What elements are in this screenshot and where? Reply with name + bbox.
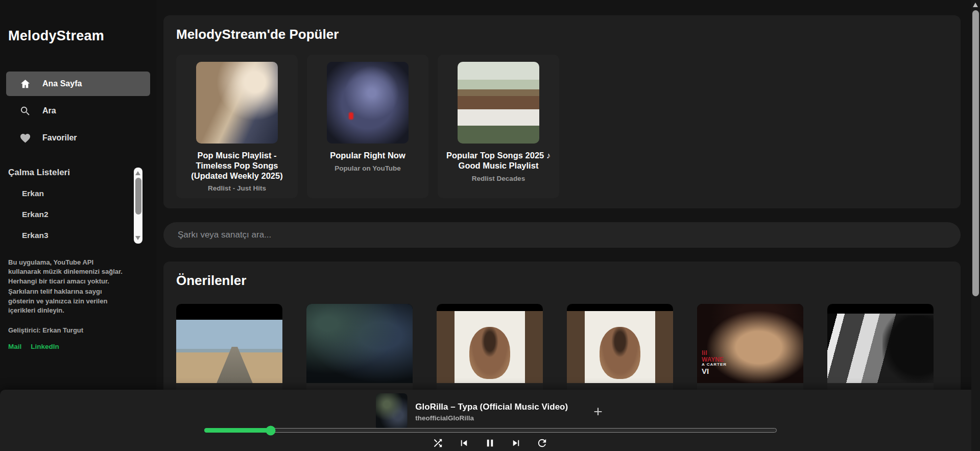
sidebar-item-label: Ara [42, 106, 56, 115]
sidebar-item-home[interactable]: Ana Sayfa [6, 72, 150, 96]
video-thumbnail [567, 304, 673, 383]
card-subtitle: Redlist Decades [472, 175, 525, 182]
now-playing-title: GloRilla – Typa (Official Music Video) [415, 402, 568, 412]
now-playing-info: GloRilla – Typa (Official Music Video) t… [375, 393, 604, 430]
heart-icon [19, 132, 31, 144]
album-cover-shape [567, 311, 673, 383]
repeat-icon [536, 437, 548, 449]
page-scrollbar-thumb[interactable] [972, 10, 979, 296]
card-subtitle: Redlist - Just Hits [208, 184, 266, 192]
playlist-scrollbar-thumb[interactable] [135, 178, 141, 215]
sidebar-item-search[interactable]: Ara [6, 99, 150, 123]
playlist-cover-image [327, 62, 409, 144]
developer-credit: Geliştirici: Erkan Turgut [8, 326, 128, 335]
figure-silhouette-shape [882, 315, 934, 383]
album-cover-text: lil WAYNE A CARTER VI [702, 349, 727, 375]
popular-cards-row: Pop Music Playlist - Timeless Pop Songs … [176, 55, 948, 198]
popular-card[interactable]: Popular Top Songs 2025 ♪ Good Music Play… [438, 55, 559, 198]
playlist-cover-image [196, 62, 278, 144]
scroll-down-arrow-icon[interactable] [135, 236, 140, 240]
scroll-up-arrow-icon[interactable] [973, 3, 978, 7]
playlist-scrollbar[interactable] [134, 168, 142, 244]
skip-previous-icon [458, 437, 470, 449]
night-scene-shape [306, 304, 413, 383]
pause-button[interactable] [484, 437, 496, 449]
mail-link[interactable]: Mail [8, 342, 21, 351]
player-controls [432, 437, 548, 449]
progress-knob[interactable] [266, 425, 276, 435]
skip-next-icon [510, 437, 522, 449]
cover-text-line: lil [702, 349, 727, 357]
search-icon [19, 105, 31, 117]
home-icon [19, 78, 31, 90]
footer-links: Mail LinkedIn [8, 342, 128, 351]
cover-text-line: VI [702, 367, 727, 375]
shuffle-icon [432, 437, 444, 449]
scroll-up-arrow-icon[interactable] [135, 171, 140, 175]
video-thumbnail [827, 304, 934, 383]
video-thumbnail [176, 304, 282, 383]
sidebar: MelodyStream Ana Sayfa Ara Favoriler Çal… [0, 0, 156, 451]
video-thumbnail: lil WAYNE A CARTER VI [697, 304, 803, 383]
popular-section: MelodyStream'de Popüler Pop Music Playli… [163, 15, 961, 208]
card-title: Pop Music Playlist - Timeless Pop Songs … [182, 151, 292, 181]
disclaimer-text: Şarkıların telif haklarına saygı gösteri… [8, 287, 128, 315]
sidebar-footer: Bu uygulama, YouTube API kullanarak müzi… [8, 258, 128, 351]
popular-card[interactable]: Popular Right Now Popular on YouTube [307, 55, 428, 198]
main-content: MelodyStream'de Popüler Pop Music Playli… [156, 0, 980, 450]
disclaimer-text: Bu uygulama, YouTube API kullanarak müzi… [8, 258, 128, 286]
popular-heading: MelodyStream'de Popüler [176, 27, 948, 42]
app-title: MelodyStream [8, 28, 156, 44]
page-scrollbar[interactable] [971, 0, 980, 451]
recommended-heading: Önerilenler [176, 273, 948, 289]
sidebar-nav: Ana Sayfa Ara Favoriler [6, 72, 150, 150]
taillight-shape [349, 112, 353, 120]
album-cover-shape [437, 311, 543, 383]
previous-button[interactable] [458, 437, 470, 449]
card-title: Popular Right Now [330, 151, 405, 161]
progress-track[interactable] [204, 428, 777, 433]
progress-slider[interactable] [204, 428, 777, 433]
next-button[interactable] [510, 437, 522, 449]
now-playing-thumbnail [375, 393, 407, 430]
now-playing-text: GloRilla – Typa (Official Music Video) t… [415, 402, 568, 422]
baby-face-shape [469, 327, 510, 379]
pause-icon [484, 437, 496, 449]
now-playing-channel: theofficialGloRilla [415, 414, 568, 422]
sidebar-item-label: Favoriler [42, 133, 77, 143]
repeat-button[interactable] [536, 437, 548, 449]
playlist-cover-image [458, 62, 539, 144]
video-thumbnail [437, 304, 543, 383]
linkedin-link[interactable]: LinkedIn [31, 342, 59, 351]
add-to-playlist-button[interactable]: + [591, 404, 605, 419]
card-title: Popular Top Songs 2025 ♪ Good Music Play… [444, 151, 553, 171]
sidebar-item-favorites[interactable]: Favoriler [6, 126, 150, 150]
video-thumbnail [306, 304, 413, 383]
search-input[interactable] [163, 222, 961, 248]
baby-face-shape [600, 327, 640, 379]
progress-fill [204, 428, 271, 433]
card-subtitle: Popular on YouTube [334, 164, 401, 172]
sidebar-item-label: Ana Sayfa [42, 79, 82, 88]
shuffle-button[interactable] [432, 437, 444, 449]
player-bar: GloRilla – Typa (Official Music Video) t… [0, 390, 980, 451]
popular-card[interactable]: Pop Music Playlist - Timeless Pop Songs … [176, 55, 298, 198]
